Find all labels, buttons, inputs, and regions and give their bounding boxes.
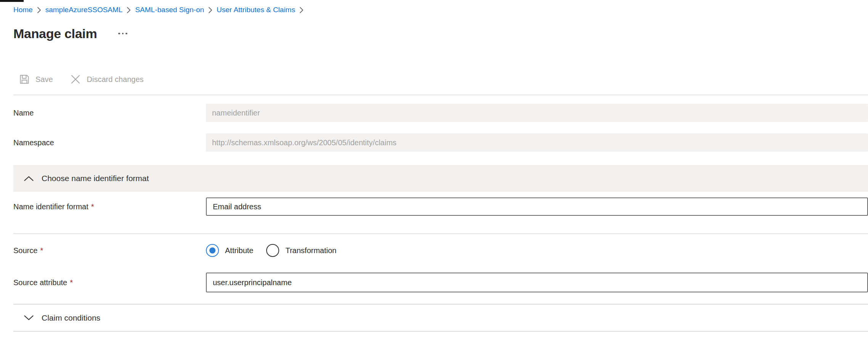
chevron-right-icon — [299, 6, 304, 14]
page-title: Manage claim — [13, 26, 97, 41]
discard-changes-button[interactable]: Discard changes — [70, 74, 144, 85]
title-row: Manage claim — [13, 26, 868, 42]
chevron-down-icon — [24, 315, 34, 321]
save-icon — [19, 74, 30, 85]
source-attribute-value: user.userprincipalname — [213, 278, 292, 287]
namespace-label: Namespace — [13, 133, 206, 152]
source-label: Source * — [13, 244, 206, 257]
command-bar: Save Discard changes — [13, 72, 868, 87]
source-attribute-label: Source attribute * — [13, 273, 206, 292]
breadcrumb: Home sampleAzureSSOSAML SAML-based Sign-… — [13, 0, 868, 15]
radio-transformation-label: Transformation — [285, 246, 336, 255]
radio-transformation[interactable]: Transformation — [266, 244, 336, 257]
name-identifier-format-value: Email address — [213, 202, 261, 211]
radio-selected-icon — [206, 244, 219, 257]
required-asterisk: * — [70, 278, 73, 287]
source-attribute-row: Source attribute * user.userprincipalnam… — [13, 273, 868, 292]
source-row: Source * Attribute Transformation — [13, 244, 868, 257]
save-button-label: Save — [35, 75, 53, 84]
radio-unselected-icon — [266, 244, 279, 257]
radio-attribute[interactable]: Attribute — [206, 244, 253, 257]
name-identifier-format-row: Name identifier format * Email address — [13, 197, 868, 216]
chevron-right-icon — [208, 6, 212, 14]
name-identifier-format-label: Name identifier format * — [13, 197, 206, 216]
required-asterisk: * — [40, 246, 43, 255]
section-divider — [13, 233, 868, 234]
radio-attribute-label: Attribute — [225, 246, 253, 255]
name-input — [206, 104, 868, 122]
chevron-right-icon — [37, 6, 41, 14]
page-content: Home sampleAzureSSOSAML SAML-based Sign-… — [0, 0, 868, 332]
window-chrome-fragment — [0, 0, 24, 2]
breadcrumb-item-app[interactable]: sampleAzureSSOSAML — [45, 6, 123, 14]
breadcrumb-item-saml-signon[interactable]: SAML-based Sign-on — [135, 6, 204, 14]
name-label: Name — [13, 104, 206, 122]
more-icon[interactable] — [117, 30, 129, 37]
name-row: Name — [13, 104, 868, 122]
required-asterisk: * — [91, 202, 94, 211]
source-radio-group: Attribute Transformation — [206, 244, 336, 257]
chevron-up-icon — [24, 176, 34, 181]
discard-changes-label: Discard changes — [87, 75, 144, 84]
section-claim-conditions[interactable]: Claim conditions — [13, 304, 868, 332]
section-title: Choose name identifier format — [42, 174, 149, 183]
namespace-row: Namespace — [13, 133, 868, 152]
breadcrumb-item-home[interactable]: Home — [13, 6, 33, 14]
chevron-right-icon — [127, 6, 131, 14]
save-button[interactable]: Save — [13, 74, 53, 85]
source-attribute-combobox[interactable]: user.userprincipalname — [206, 273, 868, 292]
namespace-input — [206, 133, 868, 152]
section-choose-name-identifier-format[interactable]: Choose name identifier format — [13, 165, 868, 192]
close-icon — [70, 74, 81, 85]
name-identifier-format-select[interactable]: Email address — [206, 197, 868, 216]
section-title: Claim conditions — [42, 313, 100, 323]
breadcrumb-item-user-attributes-claims[interactable]: User Attributes & Claims — [217, 6, 295, 14]
toolbar-divider — [13, 95, 868, 95]
